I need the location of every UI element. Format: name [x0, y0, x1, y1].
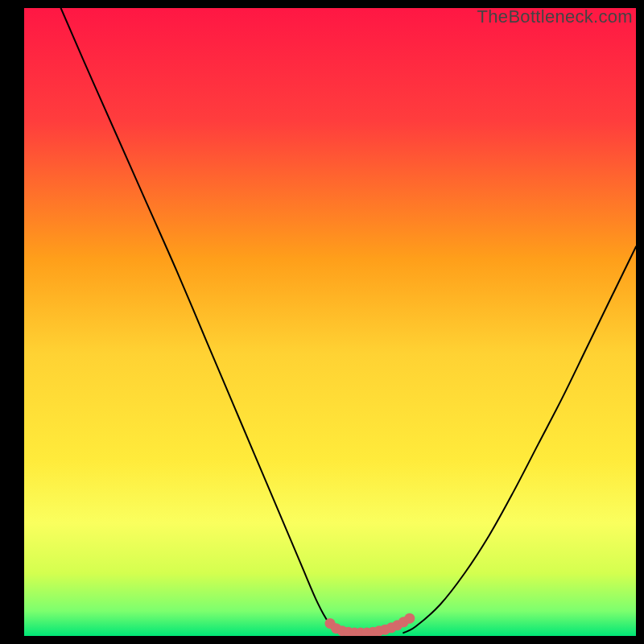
- gradient-background: [24, 8, 636, 636]
- chart-svg: [24, 8, 636, 636]
- chart-container: TheBottleneck.com: [0, 0, 644, 644]
- watermark-text: TheBottleneck.com: [477, 6, 633, 27]
- plot-area: [24, 8, 636, 636]
- marker-dot: [404, 613, 415, 624]
